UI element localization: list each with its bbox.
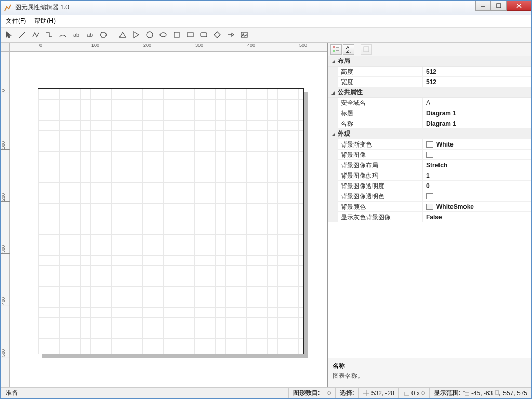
color-swatch-icon (426, 141, 433, 148)
properties-pane: AZ↓ ◢布局 高度512 宽度512 ◢公共属性 安全域名A 标题Diagra… (328, 43, 531, 387)
properties-grid[interactable]: ◢布局 高度512 宽度512 ◢公共属性 安全域名A 标题Diagram 1 … (328, 56, 531, 358)
prop-row-bg-gradient[interactable]: 背景渐变色White (328, 139, 531, 150)
size-icon (403, 390, 409, 396)
app-icon (4, 4, 12, 12)
minimize-button[interactable] (475, 1, 491, 11)
ruler-tick: 0 (1, 88, 10, 92)
hexagon-tool-icon[interactable] (98, 30, 109, 40)
toolbar-separator (113, 30, 113, 40)
rounded-rect-tool-icon[interactable] (198, 30, 209, 40)
statusbar: 准备 图形数目: 0 选择: 532, -28 0 x 0 显示范围: -45,… (1, 387, 531, 398)
line-tool-icon[interactable] (17, 30, 28, 40)
prop-row-width[interactable]: 宽度512 (328, 77, 531, 87)
arc-tool-icon[interactable] (58, 30, 68, 40)
svg-point-6 (147, 32, 153, 38)
ruler-tick: 100 (90, 43, 99, 52)
prop-row-bg-image-gamma[interactable]: 背景图像伽玛1 (328, 170, 531, 181)
alphabetical-view-icon[interactable]: AZ↓ (343, 44, 354, 55)
ruler-vertical: 0 100 200 300 400 500 (1, 52, 10, 387)
ruler-corner (1, 43, 10, 52)
ruler-tick: 0 (38, 43, 42, 52)
triangle-right-tool-icon[interactable] (131, 30, 141, 40)
diagram-canvas[interactable] (38, 88, 304, 354)
property-description: 名称 图表名称。 (328, 358, 531, 387)
prop-row-domain[interactable]: 安全域名A (328, 98, 531, 108)
svg-rect-25 (499, 394, 500, 396)
svg-rect-18 (364, 47, 369, 52)
ruler-tick: 200 (1, 192, 10, 202)
rectangle-tool-icon[interactable] (185, 30, 195, 40)
triangle-up-tool-icon[interactable] (117, 30, 128, 40)
arrow-tool-icon[interactable] (225, 30, 236, 40)
svg-rect-21 (405, 392, 409, 396)
maximize-button[interactable] (491, 1, 507, 11)
prop-row-title[interactable]: 标题Diagram 1 (328, 108, 531, 118)
ruler-tick: 400 (1, 296, 10, 305)
status-range: 显示范围: -45, -63 557, 575 (429, 388, 531, 398)
prop-row-bg-image-layout[interactable]: 背景图像布局Stretch (328, 160, 531, 170)
svg-rect-14 (333, 46, 335, 48)
status-shape-count: 图形数目: 0 (288, 388, 335, 398)
image-tool-icon[interactable] (239, 30, 249, 40)
toolbar: ab ab (1, 28, 531, 42)
category-layout[interactable]: ◢布局 (328, 56, 531, 66)
window-controls (475, 1, 531, 11)
menu-file[interactable]: 文件(F) (6, 17, 26, 25)
pointer-tool-icon[interactable] (4, 30, 14, 40)
range-max-icon (495, 390, 501, 396)
image-swatch-icon (426, 152, 433, 158)
color-swatch-icon (426, 204, 433, 210)
canvas-viewport[interactable] (10, 52, 327, 387)
svg-marker-5 (134, 32, 139, 38)
collapse-icon: ◢ (328, 90, 338, 95)
svg-rect-10 (201, 33, 207, 37)
svg-rect-24 (495, 391, 499, 394)
orthogonal-line-tool-icon[interactable] (44, 30, 55, 40)
svg-rect-22 (465, 392, 469, 396)
menu-help[interactable]: 帮助(H) (34, 17, 56, 25)
ruler-horizontal: 0 100 200 300 400 500 (10, 43, 327, 52)
description-title: 名称 (332, 362, 527, 370)
property-pages-icon (361, 44, 372, 55)
range-min-icon (463, 390, 469, 396)
ruler-tick: 200 (142, 43, 151, 52)
ruler-tick: 300 (1, 244, 10, 254)
svg-line-2 (19, 32, 25, 38)
ruler-tick: 500 (1, 348, 10, 357)
ruler-tick: 100 (1, 140, 10, 150)
categorized-view-icon[interactable] (330, 44, 342, 55)
prop-row-bg-image-trans-color[interactable]: 背景图像透明色 (328, 191, 531, 202)
ruler-tick: 500 (298, 43, 307, 52)
prop-row-name[interactable]: 名称Diagram 1 (328, 118, 531, 129)
svg-rect-1 (497, 4, 501, 8)
svg-rect-15 (333, 50, 335, 52)
status-coordinates: 532, -28 (358, 388, 398, 398)
category-appearance[interactable]: ◢外观 (328, 129, 531, 139)
canvas-pane: 0 100 200 300 400 500 0 100 200 300 400 … (1, 43, 328, 387)
ellipse-tool-icon[interactable] (158, 30, 168, 40)
prop-row-height[interactable]: 高度512 (328, 66, 531, 77)
menubar: 文件(F) 帮助(H) (1, 15, 531, 28)
ruler-tick: 400 (246, 43, 255, 52)
category-public[interactable]: ◢公共属性 (328, 87, 531, 98)
svg-rect-9 (187, 33, 193, 37)
prop-row-bg-image-opacity[interactable]: 背景图像透明度0 (328, 181, 531, 191)
properties-toolbar: AZ↓ (328, 43, 531, 56)
label-tool-icon[interactable]: ab (85, 30, 95, 40)
svg-rect-8 (174, 32, 179, 37)
prop-row-show-gray-bg[interactable]: 显示灰色背景图像False (328, 212, 531, 222)
polyline-tool-icon[interactable] (31, 30, 41, 40)
status-ready: 准备 (1, 388, 22, 398)
text-tool-icon[interactable]: ab (71, 30, 82, 40)
circle-tool-icon[interactable] (144, 30, 155, 40)
diamond-tool-icon[interactable] (212, 30, 222, 40)
prop-row-bg-image[interactable]: 背景图像 (328, 150, 531, 160)
prop-row-bg-color[interactable]: 背景颜色WhiteSmoke (328, 202, 531, 212)
svg-point-7 (160, 33, 166, 37)
titlebar: 图元属性编辑器 1.0 (1, 1, 531, 15)
square-tool-icon[interactable] (171, 30, 182, 40)
svg-marker-11 (214, 32, 220, 38)
status-size: 0 x 0 (398, 388, 429, 398)
close-button[interactable] (507, 1, 531, 11)
work-area: 0 100 200 300 400 500 0 100 200 300 400 … (1, 42, 531, 387)
